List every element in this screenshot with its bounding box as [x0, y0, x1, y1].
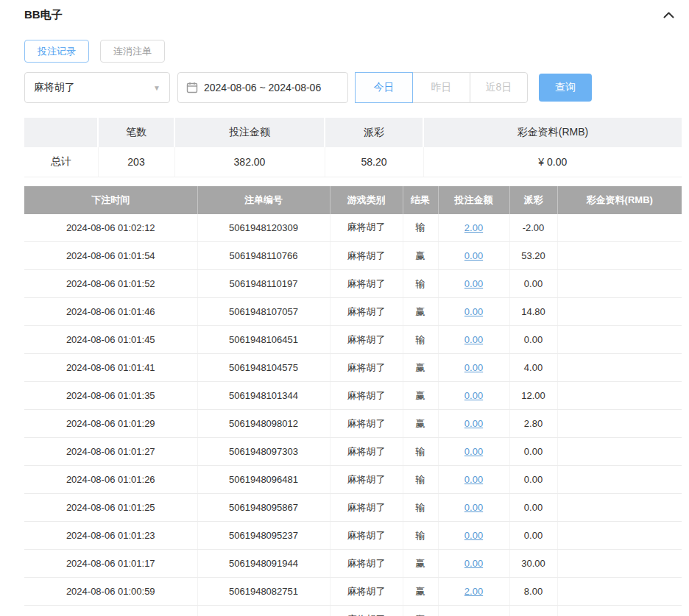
bet-amount-cell: 0.00 [438, 326, 509, 354]
jackpot [557, 410, 682, 438]
bet-amount-link[interactable]: 2.00 [464, 586, 483, 597]
result: 赢 [403, 382, 438, 410]
jackpot [557, 578, 682, 606]
payout: 0.00 [509, 494, 557, 522]
bet-amount-link[interactable]: 0.00 [464, 362, 483, 373]
summary-header-payout: 派彩 [325, 118, 423, 147]
summary-bet-amount: 382.00 [174, 147, 325, 177]
payout: 53.20 [509, 242, 557, 270]
bet-amount-cell: 0.00 [438, 242, 509, 270]
result: 赢 [403, 550, 438, 578]
bet-amount-link[interactable]: 0.00 [464, 502, 483, 513]
bet-records-panel: BB电子 投注记录 连消注单 麻将胡了 ▼ 2024-08-06 ~ 2024-… [0, 0, 689, 616]
result: 赢 [403, 410, 438, 438]
jackpot [557, 466, 682, 494]
payout: 0.00 [509, 522, 557, 550]
bet-amount-cell: 2.00 [438, 578, 509, 606]
result: 输 [403, 214, 438, 242]
bet-amount-link[interactable]: 0.00 [464, 474, 483, 485]
collapse-panel-button[interactable] [660, 6, 677, 24]
summary-header-jackpot: 彩金资料(RMB) [423, 118, 682, 147]
payout: 2.80 [509, 410, 557, 438]
bet-time: 2024-08-06 01:01:45 [24, 326, 197, 354]
bet-amount-link[interactable]: 0.00 [464, 530, 483, 541]
summary-total-label: 总计 [24, 147, 98, 177]
summary-total-row: 总计 203 382.00 58.20 ¥ 0.00 [24, 147, 682, 177]
result: 赢 [403, 354, 438, 382]
table-row: 2024-08-06 01:01:25 5061948095867 麻将胡了 输… [24, 494, 682, 522]
tab[interactable]: 投注记录 [24, 40, 89, 63]
order-id: 5061948120309 [197, 214, 330, 242]
table-row: 2024-08-06 01:01:46 5061948107057 麻将胡了 赢… [24, 298, 682, 326]
result: 赢 [403, 242, 438, 270]
quick-date-button[interactable]: 近8日 [470, 72, 528, 103]
summary-table: 笔数 投注金额 派彩 彩金资料(RMB) 总计 203 382.00 58.20… [24, 118, 682, 177]
panel-header: BB电子 [24, 0, 682, 29]
bet-amount-link[interactable]: 0.00 [464, 418, 483, 429]
bet-amount-cell: 0.00 [438, 354, 509, 382]
quick-date-button[interactable]: 今日 [355, 72, 413, 103]
bet-amount-cell: 0.00 [438, 438, 509, 466]
payout: 30.00 [509, 550, 557, 578]
bet-amount-link[interactable]: 0.00 [464, 250, 483, 261]
jackpot [557, 606, 682, 616]
date-range-value: 2024-08-06 ~ 2024-08-06 [204, 82, 321, 93]
jackpot [557, 298, 682, 326]
quick-date-buttons: 今日 昨日 近8日 [356, 72, 528, 103]
order-id: 5061948082751 [197, 578, 330, 606]
result: 输 [403, 438, 438, 466]
jackpot [557, 214, 682, 242]
bet-amount-cell: 2.00 [438, 214, 509, 242]
table-row: 2024-08-06 01:01:52 5061948110197 麻将胡了 输… [24, 270, 682, 298]
game-select[interactable]: 麻将胡了 ▼ [24, 72, 170, 103]
quick-date-button[interactable]: 昨日 [412, 72, 470, 103]
payout: -2.00 [509, 214, 557, 242]
bet-amount-link[interactable]: 0.00 [464, 306, 483, 317]
bet-time: 2024-08-06 01:00:45 [24, 606, 197, 616]
bet-amount-cell: 0.00 [438, 550, 509, 578]
game-type: 麻将胡了 [330, 606, 403, 616]
column-header-order-id: 注单编号 [197, 186, 330, 214]
column-header-game-type: 游戏类别 [330, 186, 403, 214]
bet-time: 2024-08-06 01:01:35 [24, 382, 197, 410]
column-header-payout: 派彩 [509, 186, 557, 214]
payout: 8.00 [509, 578, 557, 606]
result: 赢 [403, 578, 438, 606]
jackpot [557, 438, 682, 466]
order-id: 5061947589134 [197, 606, 330, 616]
bet-time: 2024-08-06 01:01:25 [24, 494, 197, 522]
jackpot [557, 242, 682, 270]
date-range-picker[interactable]: 2024-08-06 ~ 2024-08-06 [177, 72, 348, 103]
result: 输 [403, 466, 438, 494]
search-button[interactable]: 查询 [539, 74, 592, 102]
order-id: 5061948107057 [197, 298, 330, 326]
bet-amount-link[interactable]: 0.00 [464, 334, 483, 345]
bet-amount-link[interactable]: 0.00 [464, 278, 483, 289]
column-header-time: 下注时间 [24, 186, 197, 214]
bet-time: 2024-08-06 01:01:52 [24, 270, 197, 298]
table-row: 2024-08-06 01:01:29 5061948098012 麻将胡了 赢… [24, 410, 682, 438]
game-type: 麻将胡了 [330, 326, 403, 354]
order-id: 5061948095237 [197, 522, 330, 550]
bet-amount-link[interactable]: 0.00 [464, 446, 483, 457]
jackpot [557, 326, 682, 354]
column-header-jackpot: 彩金资料(RMB) [557, 186, 682, 214]
payout: 0.00 [509, 466, 557, 494]
filter-bar: 麻将胡了 ▼ 2024-08-06 ~ 2024-08-06 今日 昨日 近8日… [24, 72, 682, 103]
bet-amount-link[interactable]: 0.00 [464, 390, 483, 401]
game-type: 麻将胡了 [330, 242, 403, 270]
bet-amount-link[interactable]: 0.00 [464, 558, 483, 569]
summary-header-bet-amount: 投注金额 [174, 118, 325, 147]
order-id: 5061948097303 [197, 438, 330, 466]
tab[interactable]: 连消注单 [100, 40, 165, 63]
bet-time: 2024-08-06 01:01:29 [24, 410, 197, 438]
jackpot [557, 550, 682, 578]
order-id: 5061948096481 [197, 466, 330, 494]
payout: 0.00 [509, 326, 557, 354]
order-id: 5061948098012 [197, 410, 330, 438]
jackpot [557, 382, 682, 410]
chevron-down-icon: ▼ [153, 84, 160, 92]
order-id: 5061948110197 [197, 270, 330, 298]
table-row: 2024-08-06 01:01:35 5061948101344 麻将胡了 赢… [24, 382, 682, 410]
bet-amount-link[interactable]: 2.00 [464, 222, 483, 233]
